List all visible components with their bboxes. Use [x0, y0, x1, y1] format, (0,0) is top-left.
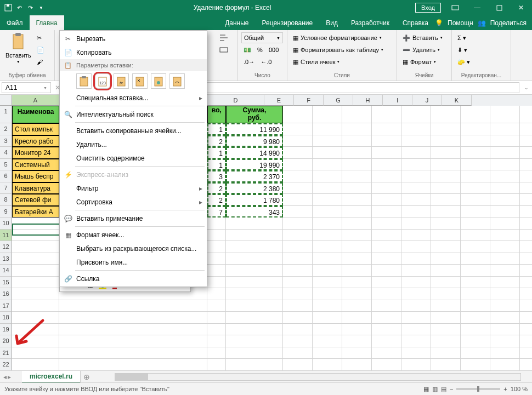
- increase-decimal-icon[interactable]: .0→: [244, 59, 254, 65]
- zoom-in-icon[interactable]: +: [503, 386, 507, 392]
- cell-blank[interactable]: [283, 288, 313, 300]
- cell-blank[interactable]: [59, 312, 207, 324]
- cell-blank[interactable]: [431, 123, 461, 135]
- cell-blank[interactable]: [461, 253, 490, 265]
- cell-blank[interactable]: [461, 324, 490, 336]
- cell-blank[interactable]: [461, 106, 490, 123]
- ctx-paste-special[interactable]: Специальная вставка...▸: [60, 91, 207, 105]
- maximize-icon[interactable]: [488, 0, 510, 15]
- cell-blank[interactable]: [401, 182, 431, 194]
- cell-blank[interactable]: [431, 324, 461, 336]
- cell-blank[interactable]: [342, 123, 372, 135]
- view-break-icon[interactable]: ▤: [441, 386, 446, 393]
- cell-blank[interactable]: [372, 217, 401, 230]
- row-header-5[interactable]: 5: [0, 159, 12, 171]
- cell-blank[interactable]: [490, 123, 520, 135]
- cell-blank[interactable]: [490, 230, 520, 242]
- cell-blank[interactable]: [431, 106, 461, 123]
- cell-blank[interactable]: [490, 170, 520, 182]
- cell-blank[interactable]: [372, 123, 401, 135]
- col-header-J[interactable]: J: [412, 95, 442, 106]
- row-header-1[interactable]: 1: [0, 106, 12, 123]
- cell-blank[interactable]: [313, 241, 342, 253]
- cell-blank[interactable]: [401, 277, 431, 289]
- cell-blank[interactable]: [401, 253, 431, 265]
- cell-blank[interactable]: [490, 217, 520, 230]
- cell-blank[interactable]: [226, 288, 283, 300]
- cell-blank[interactable]: [313, 106, 342, 123]
- cell-blank[interactable]: [283, 277, 313, 289]
- cell-blank[interactable]: [12, 312, 59, 324]
- cell-blank[interactable]: [461, 277, 490, 289]
- tab-data[interactable]: Данные: [218, 15, 255, 30]
- tab-nav-prev-icon[interactable]: ◂: [3, 373, 7, 381]
- cell-blank[interactable]: [313, 170, 342, 182]
- currency-icon[interactable]: 💵: [244, 47, 251, 54]
- row-header-3[interactable]: 3: [0, 135, 12, 147]
- row-header-15[interactable]: 15: [0, 277, 12, 289]
- cell-blank[interactable]: [283, 241, 313, 253]
- cell-blank[interactable]: [401, 170, 431, 182]
- cell-blank[interactable]: [226, 359, 283, 371]
- ctx-insert-copied[interactable]: Вставить скопированные ячейки...: [60, 124, 207, 138]
- cell-blank[interactable]: [342, 288, 372, 300]
- ctx-delete[interactable]: Удалить...: [60, 138, 207, 151]
- cell-blank[interactable]: [313, 217, 342, 230]
- cell-blank[interactable]: [401, 359, 431, 371]
- qat-dropdown-icon[interactable]: ▼: [36, 3, 46, 13]
- cell-blank[interactable]: [490, 135, 520, 147]
- cell-blank[interactable]: [431, 265, 461, 277]
- cell-blank[interactable]: [490, 300, 520, 312]
- cell-blank[interactable]: [431, 147, 461, 159]
- row-header-11[interactable]: 11: [0, 230, 12, 242]
- cell-blank[interactable]: [226, 253, 283, 265]
- cell-D9[interactable]: 343: [226, 206, 283, 218]
- cell-D2[interactable]: 11 990: [226, 123, 283, 135]
- cell-blank[interactable]: [431, 206, 461, 218]
- cell-C8[interactable]: 2: [207, 194, 226, 206]
- cell-blank[interactable]: [401, 347, 431, 359]
- paste-transpose-button[interactable]: [132, 73, 148, 89]
- cell-blank[interactable]: [431, 241, 461, 253]
- cell-blank[interactable]: [520, 106, 532, 123]
- cell-blank[interactable]: [520, 147, 532, 159]
- cell-D6[interactable]: 2 370: [226, 170, 283, 182]
- cell-blank[interactable]: [461, 312, 490, 324]
- cell-blank[interactable]: [372, 312, 401, 324]
- cell-blank[interactable]: [226, 312, 283, 324]
- cell-blank[interactable]: [520, 230, 532, 242]
- cell-blank[interactable]: [342, 217, 372, 230]
- cell-C4[interactable]: 1: [207, 147, 226, 159]
- cell-blank[interactable]: [313, 253, 342, 265]
- cell-blank[interactable]: [431, 159, 461, 171]
- paste-formatting-button[interactable]: [151, 73, 166, 89]
- cell-blank[interactable]: [401, 230, 431, 242]
- paste-formulas-button[interactable]: fx: [114, 73, 129, 89]
- cell-blank[interactable]: [490, 312, 520, 324]
- cell-blank[interactable]: [401, 335, 431, 347]
- cell-D4[interactable]: 14 990: [226, 147, 283, 159]
- cell-blank[interactable]: [342, 265, 372, 277]
- cell-blank[interactable]: [490, 359, 520, 371]
- cell-blank[interactable]: [12, 230, 59, 242]
- cell-blank[interactable]: [461, 300, 490, 312]
- cell-blank[interactable]: [520, 277, 532, 289]
- cell-D3[interactable]: 9 980: [226, 135, 283, 147]
- cell-blank[interactable]: [520, 347, 532, 359]
- cell-A6[interactable]: Мышь беспр: [12, 170, 59, 182]
- cell-blank[interactable]: [372, 147, 401, 159]
- cell-blank[interactable]: [372, 170, 401, 182]
- clear-icon[interactable]: 🧽 ▾: [455, 56, 472, 67]
- cell-blank[interactable]: [342, 312, 372, 324]
- row-header-14[interactable]: 14: [0, 265, 12, 277]
- row-header-6[interactable]: 6: [0, 170, 12, 182]
- cell-blank[interactable]: [342, 253, 372, 265]
- cell-blank[interactable]: [207, 253, 226, 265]
- cell-blank[interactable]: [342, 347, 372, 359]
- cell-blank[interactable]: [431, 170, 461, 182]
- minimize-icon[interactable]: —: [466, 0, 488, 15]
- cell-blank[interactable]: [313, 206, 342, 218]
- tell-me-icon[interactable]: 💡: [435, 19, 443, 27]
- cell-blank[interactable]: [313, 194, 342, 206]
- row-header-20[interactable]: 20: [0, 335, 12, 347]
